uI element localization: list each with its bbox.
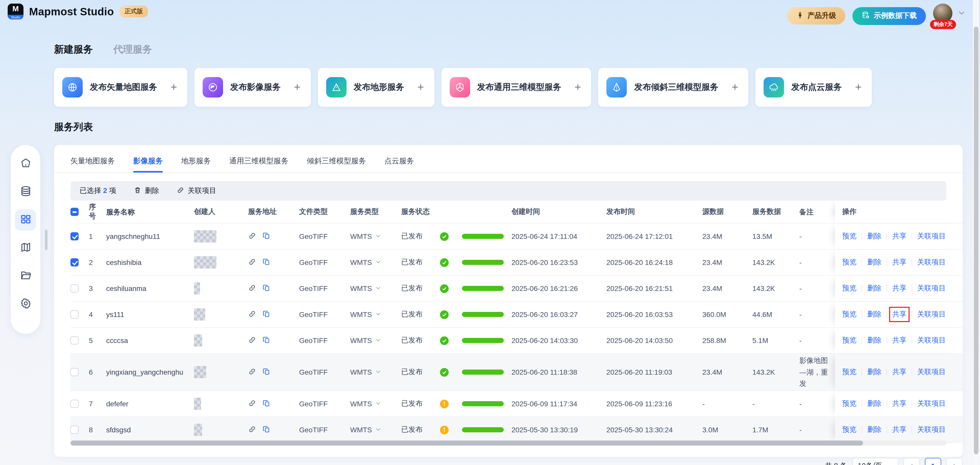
batch-delete-button[interactable]: 删除 xyxy=(134,186,159,196)
service-type-dropdown[interactable]: WMTS xyxy=(350,400,401,408)
row-checkbox[interactable] xyxy=(70,336,79,344)
page-size-select[interactable]: 10条/页 xyxy=(852,458,898,465)
sidebar-item-map[interactable] xyxy=(15,237,36,259)
table-hscrollbar-thumb[interactable] xyxy=(70,441,863,446)
delete-link[interactable]: 删除 xyxy=(867,336,881,345)
create-card[interactable]: 发布影像服务+ xyxy=(194,68,311,107)
copy-url-icon[interactable] xyxy=(262,283,270,293)
copy-url-icon[interactable] xyxy=(262,399,270,409)
copy-url-icon[interactable] xyxy=(262,367,270,377)
service-type-dropdown[interactable]: WMTS xyxy=(350,311,401,318)
create-card[interactable]: 发布通用三维模型服务+ xyxy=(441,68,591,107)
create-card[interactable]: 发布倾斜三维模型服务+ xyxy=(598,68,749,107)
select-all-checkbox[interactable] xyxy=(70,208,79,216)
service-type-dropdown[interactable]: WMTS xyxy=(350,232,401,240)
row-checkbox[interactable] xyxy=(70,368,79,376)
service-type-dropdown[interactable]: WMTS xyxy=(350,426,401,434)
product-upgrade-button[interactable]: 产品升级 xyxy=(787,7,845,24)
prev-page-button[interactable] xyxy=(904,458,920,465)
share-link[interactable]: 共享 xyxy=(892,232,907,241)
share-link[interactable]: 共享 xyxy=(892,368,907,377)
row-checkbox[interactable] xyxy=(70,426,79,434)
sidebar-item-database[interactable] xyxy=(15,181,36,203)
link-project-link[interactable]: 关联项目 xyxy=(917,425,946,435)
delete-link[interactable]: 删除 xyxy=(867,368,881,377)
delete-link[interactable]: 删除 xyxy=(867,399,881,408)
preview-link[interactable]: 预览 xyxy=(842,310,856,319)
service-url-link-icon[interactable] xyxy=(248,399,256,409)
service-url-link-icon[interactable] xyxy=(248,367,256,377)
page-1-button[interactable]: 1 xyxy=(925,458,941,465)
service-url-link-icon[interactable] xyxy=(248,283,256,293)
share-link[interactable]: 共享 xyxy=(892,258,907,267)
delete-link[interactable]: 删除 xyxy=(867,258,881,267)
service-type-dropdown[interactable]: WMTS xyxy=(350,284,401,293)
copy-url-icon[interactable] xyxy=(262,425,270,435)
batch-link-project-button[interactable]: 关联项目 xyxy=(177,186,216,196)
user-avatar[interactable]: 剩余7天 xyxy=(933,3,953,28)
page-tab-new-service[interactable]: 新建服务 xyxy=(54,43,93,56)
delete-link[interactable]: 删除 xyxy=(867,232,881,241)
preview-link[interactable]: 预览 xyxy=(842,284,856,293)
row-checkbox[interactable] xyxy=(70,258,79,266)
service-tab[interactable]: 倾斜三维模型服务 xyxy=(307,156,366,172)
service-type-dropdown[interactable]: WMTS xyxy=(350,258,401,266)
status-progress-bar xyxy=(462,369,504,375)
link-project-link[interactable]: 关联项目 xyxy=(917,258,946,267)
delete-link[interactable]: 删除 xyxy=(867,310,881,319)
share-link[interactable]: 共享 xyxy=(892,284,907,293)
service-tab[interactable]: 矢量地图服务 xyxy=(70,156,115,172)
link-project-link[interactable]: 关联项目 xyxy=(917,232,946,241)
delete-link[interactable]: 删除 xyxy=(867,284,881,293)
share-link[interactable]: 共享 xyxy=(892,310,907,319)
row-checkbox[interactable] xyxy=(70,400,79,408)
file-type: GeoTIFF xyxy=(299,400,350,408)
preview-link[interactable]: 预览 xyxy=(842,425,856,435)
sidebar-item-home[interactable] xyxy=(15,153,36,175)
account-chevron-down-icon[interactable] xyxy=(958,9,966,19)
page-scrollbar-thumb[interactable] xyxy=(974,27,978,454)
service-tab[interactable]: 通用三维模型服务 xyxy=(229,156,288,172)
preview-link[interactable]: 预览 xyxy=(842,336,856,345)
service-url-link-icon[interactable] xyxy=(248,310,256,319)
service-url-link-icon[interactable] xyxy=(248,425,256,435)
copy-url-icon[interactable] xyxy=(262,336,270,345)
copy-url-icon[interactable] xyxy=(262,258,270,267)
sidebar-item-gear[interactable] xyxy=(15,293,36,315)
preview-link[interactable]: 预览 xyxy=(842,232,856,241)
copy-url-icon[interactable] xyxy=(262,310,270,319)
delete-link[interactable]: 删除 xyxy=(867,425,881,435)
link-project-link[interactable]: 关联项目 xyxy=(917,336,946,345)
share-link[interactable]: 共享 xyxy=(892,336,907,345)
sidebar-scroll-thumb[interactable] xyxy=(45,230,48,250)
page-tab-proxy-service[interactable]: 代理服务 xyxy=(113,43,152,56)
sidebar-item-folder[interactable] xyxy=(15,266,36,287)
service-tab[interactable]: 点云服务 xyxy=(384,156,414,172)
service-url-link-icon[interactable] xyxy=(248,336,256,345)
sample-data-download-button[interactable]: 示例数据下载 xyxy=(853,7,926,25)
preview-link[interactable]: 预览 xyxy=(842,399,856,408)
create-card[interactable]: 发布矢量地图服务+ xyxy=(54,68,187,107)
row-checkbox[interactable] xyxy=(70,311,79,318)
service-tab[interactable]: 影像服务 xyxy=(133,156,163,172)
preview-link[interactable]: 预览 xyxy=(842,368,856,377)
preview-link[interactable]: 预览 xyxy=(842,258,856,267)
service-type-dropdown[interactable]: WMTS xyxy=(350,368,401,376)
share-link[interactable]: 共享 xyxy=(892,399,907,408)
link-project-link[interactable]: 关联项目 xyxy=(917,284,946,293)
link-project-link[interactable]: 关联项目 xyxy=(917,399,946,408)
link-project-link[interactable]: 关联项目 xyxy=(917,368,946,377)
next-page-button[interactable] xyxy=(946,458,963,465)
service-type-dropdown[interactable]: WMTS xyxy=(350,336,401,344)
link-project-link[interactable]: 关联项目 xyxy=(917,310,946,319)
create-card[interactable]: 发布点云服务+ xyxy=(756,68,872,107)
create-card[interactable]: 发布地形服务+ xyxy=(318,68,434,107)
copy-url-icon[interactable] xyxy=(262,231,270,241)
row-checkbox[interactable] xyxy=(70,284,79,293)
service-tab[interactable]: 地形服务 xyxy=(181,156,211,172)
service-url-link-icon[interactable] xyxy=(248,231,256,241)
service-url-link-icon[interactable] xyxy=(248,258,256,267)
sidebar-item-grid-services[interactable] xyxy=(15,209,36,231)
row-checkbox[interactable] xyxy=(70,232,79,240)
share-link[interactable]: 共享 xyxy=(892,425,907,435)
